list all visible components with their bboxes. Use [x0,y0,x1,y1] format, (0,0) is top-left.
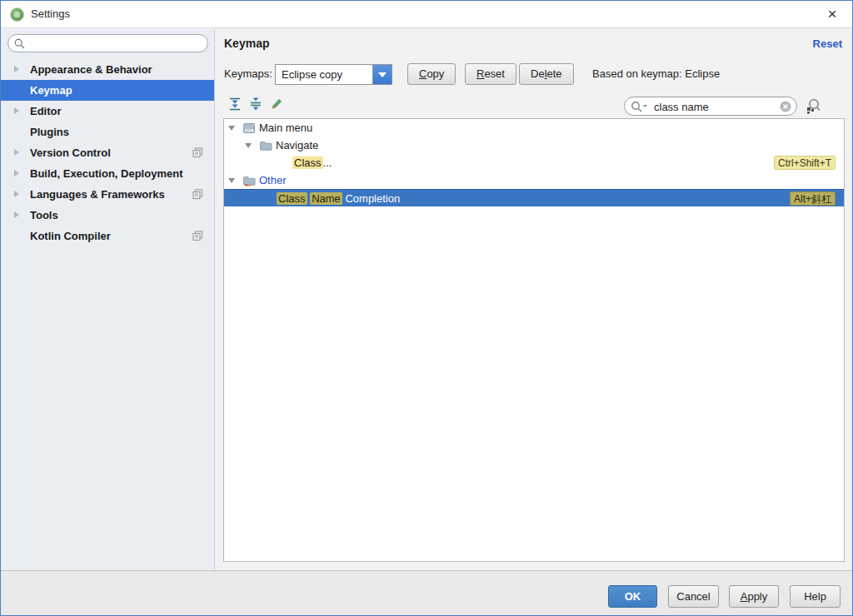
sidebar-item-plugins[interactable]: Plugins [1,122,214,142]
sidebar-item-version-control[interactable]: Version Control [1,142,214,163]
sidebar-item-tools[interactable]: Tools [1,205,214,226]
ok-button[interactable]: OK [608,585,657,608]
search-icon [631,101,649,113]
tree-row-other[interactable]: Other [224,171,844,189]
shortcut-badge: Ctrl+Shift+T [774,156,836,170]
keymap-toolbar [216,94,853,119]
chevron-down-icon[interactable] [228,178,235,183]
sidebar-item-kotlin-compiler[interactable]: Kotlin Compiler [1,226,214,246]
dialog-footer: OK Cancel Apply Help [1,570,853,616]
keymaps-row: Keymaps: Eclipse copy Copy Reset Delete … [216,62,853,86]
keymap-tree: Main menu Navigate Class... Ctrl+Shift+T [223,118,845,562]
chevron-right-icon [14,211,19,218]
tree-row-class[interactable]: Class... Ctrl+Shift+T [224,154,844,171]
help-button[interactable]: Help [790,585,841,608]
chevron-right-icon [14,191,19,197]
chevron-down-icon[interactable] [245,143,252,148]
android-studio-logo-icon [10,7,24,22]
keymaps-label: Keymaps: [224,67,272,80]
pencil-icon[interactable] [269,97,284,112]
page-title: Keymap [224,37,269,50]
copy-icon [192,147,203,158]
reset-link[interactable]: Reset [813,37,842,50]
chevron-right-icon [14,66,19,72]
shortcut-badge: Alt+斜杠 [790,191,836,206]
apply-button[interactable]: Apply [729,585,779,608]
match-highlight: Name [310,192,342,205]
delete-button[interactable]: Delete [519,63,574,85]
chevron-down-icon[interactable] [372,65,392,84]
sidebar-item-languages-frameworks[interactable]: Languages & Frameworks [1,184,214,205]
sidebar-search-input[interactable] [30,36,201,51]
keymap-select[interactable]: Eclipse copy [275,64,392,85]
settings-dialog: Settings × Appearance & Behavior Keymap … [0,0,853,616]
expand-all-icon[interactable] [227,97,242,112]
sidebar-items: Appearance & Behavior Keymap Editor Plug… [1,59,214,246]
window-title: Settings [31,7,70,20]
folder-icon [259,139,272,152]
action-search-box[interactable] [624,97,797,116]
match-highlight: Class [277,192,307,205]
based-on-keymap-text: Based on keymap: Eclipse [592,67,720,80]
chevron-right-icon [14,170,19,176]
sidebar-search-box[interactable] [7,34,208,52]
action-search-input[interactable] [654,99,775,114]
match-highlight: Class [292,156,323,169]
search-icon [14,38,25,49]
settings-sidebar: Appearance & Behavior Keymap Editor Plug… [1,29,215,570]
collapse-all-icon[interactable] [248,97,263,112]
copy-icon [192,231,203,241]
keymap-panel: Keymap Reset Keymaps: Eclipse copy Copy … [216,29,853,570]
reset-button[interactable]: Reset [465,63,516,85]
folder-modified-icon [242,174,256,187]
clear-search-icon[interactable] [780,101,791,112]
title-bar: Settings × [1,1,852,28]
copy-icon [192,189,203,200]
find-by-shortcut-icon[interactable] [805,97,821,114]
cancel-button[interactable]: Cancel [668,585,719,608]
chevron-down-icon[interactable] [228,126,235,131]
sidebar-item-keymap[interactable]: Keymap [1,80,214,101]
close-icon[interactable]: × [821,3,844,25]
tree-row-class-name-completion[interactable]: Class Name Completion Alt+斜杠 [224,189,844,206]
sidebar-item-build-execution-deployment[interactable]: Build, Execution, Deployment [1,163,214,184]
menu-icon [242,122,256,135]
chevron-right-icon [14,107,19,114]
tree-row-navigate[interactable]: Navigate [224,137,844,154]
chevron-right-icon [14,149,19,156]
sidebar-item-editor[interactable]: Editor [1,101,214,122]
tree-row-main-menu[interactable]: Main menu [224,119,844,137]
sidebar-item-appearance-behavior[interactable]: Appearance & Behavior [1,59,214,80]
copy-button[interactable]: Copy [407,63,456,85]
